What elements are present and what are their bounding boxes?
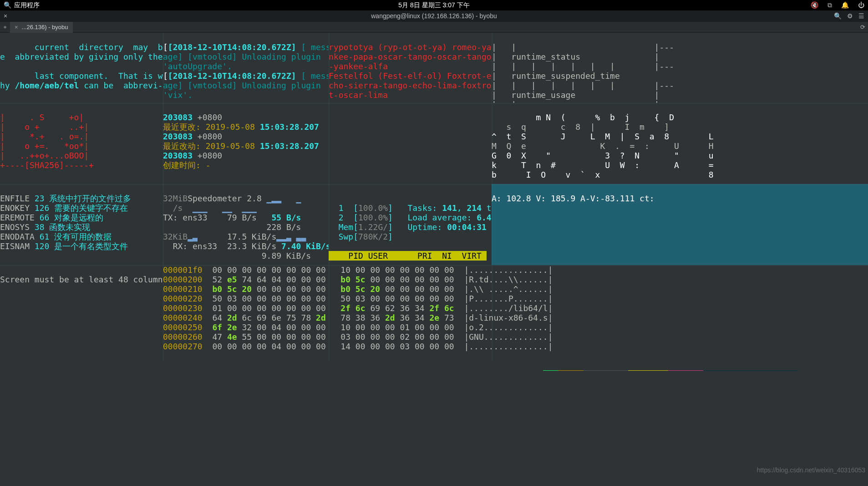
power-icon[interactable]: ⏻ bbox=[858, 0, 864, 10]
apps-menu[interactable]: 应用程序 bbox=[14, 0, 40, 10]
refresh-icon[interactable]: ⟳ bbox=[860, 22, 865, 32]
status-time: 15:07:5 bbox=[758, 370, 798, 371]
search-icon[interactable]: 🔍 bbox=[4, 0, 11, 10]
pane-mplayer-av[interactable]: A: 102.8 V: 185.9 A-V:-83.111 ct: bbox=[492, 184, 868, 265]
network-icon[interactable]: ⧉ bbox=[827, 0, 832, 10]
close-tab-icon[interactable]: × bbox=[15, 22, 18, 32]
pane-manpage[interactable]: current directory may b e abbreviated by… bbox=[0, 33, 163, 103]
menu-icon[interactable]: ☰ bbox=[858, 11, 864, 21]
pane-empty[interactable] bbox=[329, 103, 492, 184]
pane-htop[interactable]: 1 [100.0%] Tasks: 141, 214 t 2 [100.0%] … bbox=[329, 184, 492, 265]
tab-label: ...26.136) - byobu bbox=[22, 22, 68, 32]
settings-icon[interactable]: ⚙ bbox=[847, 11, 853, 21]
notifications-icon[interactable]: 🔔 bbox=[841, 0, 849, 10]
status-mem: 1.9G67% bbox=[628, 370, 668, 371]
status-date: 2019-05-08 bbox=[703, 370, 758, 371]
status-4m: 4m bbox=[543, 370, 558, 371]
pane-sysfs-tree[interactable]: | | |--- | runtime_status | | | | | | | … bbox=[492, 33, 868, 103]
window-title-text: wangpeng@linux (192.168.126.136) - byobu bbox=[371, 11, 497, 21]
terminal-tab-bar: + × ...26.136) - byobu ⟳ bbox=[0, 22, 868, 33]
pane-cmatrix[interactable]: m N ( % b j { D s q c 8 | I m ] ^ t S J … bbox=[492, 103, 868, 184]
new-tab-button[interactable]: + bbox=[0, 22, 10, 32]
htop-header: PID USER PRI NI VIRT bbox=[329, 251, 487, 261]
window-titlebar[interactable]: × wangpeng@linux (192.168.126.136) - byo… bbox=[0, 10, 868, 22]
pane-too-small[interactable]: Screen must be at least 48 column bbox=[0, 265, 163, 361]
pane-vmtools-log[interactable]: [[2018-12-10T14:08:20.672Z] [ mess age] … bbox=[163, 33, 329, 103]
watermark: https://blog.csdn.net/weixin_40316053 bbox=[757, 466, 865, 475]
pane-errno[interactable]: ENFILE 23 系统中打开的文件过多 ENOKEY 126 需要的关键字不存… bbox=[0, 184, 163, 265]
status-loadavg: 6.42 bbox=[558, 370, 583, 371]
clock[interactable]: 5月 8日 星期三 3:07 下午 bbox=[398, 0, 469, 10]
pane-nato-phonetic[interactable]: rypototya (ryp-ot-ot-ya) romeo-ya nkee-p… bbox=[329, 33, 492, 103]
byobu-status-bar[interactable]: ♫ 5_0 0:bash- 1:hollywood*4m6.422x2.2GHz… bbox=[0, 361, 868, 371]
pane-speedometer[interactable]: 32MiBSpeedometer 2.8 ▁▂▂ ▁ /s ▁▁▁ ▁▁ ▁▁▁… bbox=[163, 184, 329, 265]
status-disk: 49G79% bbox=[668, 370, 703, 371]
gnome-top-bar: 🔍 应用程序 5月 8日 星期三 3:07 下午 🔇 ⧉ 🔔 ⏻ bbox=[0, 0, 868, 10]
status-cpu: 2x2.2GHz bbox=[584, 370, 629, 371]
pane-ssh-randomart[interactable]: | . S +o| | o + ..+| | *.+ . o=.| | o +=… bbox=[0, 103, 163, 184]
volume-icon[interactable]: 🔇 bbox=[811, 0, 818, 10]
pane-hexdump[interactable]: 000001f0 00 00 00 00 00 00 00 00 10 00 0… bbox=[163, 265, 868, 361]
close-icon[interactable]: × bbox=[4, 11, 7, 21]
search-in-terminal-icon[interactable]: 🔍 bbox=[834, 11, 842, 21]
terminal-tab[interactable]: × ...26.136) - byobu bbox=[10, 21, 73, 33]
pane-stat[interactable]: 203083 +0800 最近更改: 2019-05-08 15:03:28.2… bbox=[163, 103, 329, 184]
